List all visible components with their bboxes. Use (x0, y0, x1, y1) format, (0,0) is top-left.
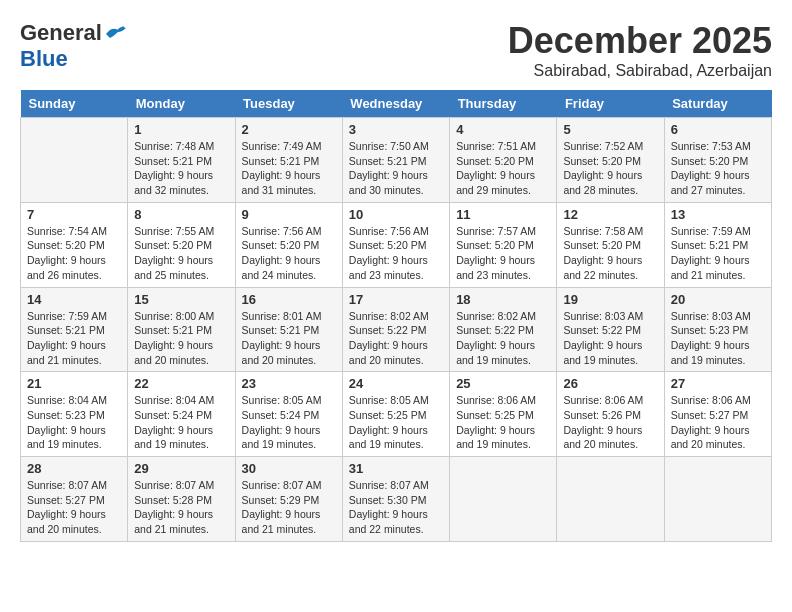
calendar-cell: 29Sunrise: 8:07 AM Sunset: 5:28 PM Dayli… (128, 457, 235, 542)
week-row-4: 28Sunrise: 8:07 AM Sunset: 5:27 PM Dayli… (21, 457, 772, 542)
calendar-cell: 18Sunrise: 8:02 AM Sunset: 5:22 PM Dayli… (450, 287, 557, 372)
title-area: December 2025 Sabirabad, Sabirabad, Azer… (508, 20, 772, 80)
day-info: Sunrise: 8:05 AM Sunset: 5:24 PM Dayligh… (242, 393, 336, 452)
day-info: Sunrise: 8:05 AM Sunset: 5:25 PM Dayligh… (349, 393, 443, 452)
logo: General Blue (20, 20, 126, 72)
day-info: Sunrise: 8:07 AM Sunset: 5:29 PM Dayligh… (242, 478, 336, 537)
day-info: Sunrise: 7:49 AM Sunset: 5:21 PM Dayligh… (242, 139, 336, 198)
calendar-cell: 31Sunrise: 8:07 AM Sunset: 5:30 PM Dayli… (342, 457, 449, 542)
day-info: Sunrise: 7:56 AM Sunset: 5:20 PM Dayligh… (242, 224, 336, 283)
calendar-cell: 26Sunrise: 8:06 AM Sunset: 5:26 PM Dayli… (557, 372, 664, 457)
day-number: 6 (671, 122, 765, 137)
calendar-cell: 23Sunrise: 8:05 AM Sunset: 5:24 PM Dayli… (235, 372, 342, 457)
day-info: Sunrise: 7:51 AM Sunset: 5:20 PM Dayligh… (456, 139, 550, 198)
calendar-cell: 15Sunrise: 8:00 AM Sunset: 5:21 PM Dayli… (128, 287, 235, 372)
day-number: 11 (456, 207, 550, 222)
day-info: Sunrise: 7:56 AM Sunset: 5:20 PM Dayligh… (349, 224, 443, 283)
calendar-cell: 25Sunrise: 8:06 AM Sunset: 5:25 PM Dayli… (450, 372, 557, 457)
calendar-cell: 21Sunrise: 8:04 AM Sunset: 5:23 PM Dayli… (21, 372, 128, 457)
day-info: Sunrise: 8:01 AM Sunset: 5:21 PM Dayligh… (242, 309, 336, 368)
header-row: SundayMondayTuesdayWednesdayThursdayFrid… (21, 90, 772, 118)
day-number: 23 (242, 376, 336, 391)
calendar-cell (21, 118, 128, 203)
calendar-cell: 30Sunrise: 8:07 AM Sunset: 5:29 PM Dayli… (235, 457, 342, 542)
calendar-cell (450, 457, 557, 542)
day-number: 1 (134, 122, 228, 137)
day-number: 16 (242, 292, 336, 307)
day-number: 21 (27, 376, 121, 391)
day-number: 24 (349, 376, 443, 391)
day-number: 17 (349, 292, 443, 307)
day-number: 27 (671, 376, 765, 391)
day-number: 14 (27, 292, 121, 307)
day-info: Sunrise: 7:59 AM Sunset: 5:21 PM Dayligh… (671, 224, 765, 283)
calendar-cell: 28Sunrise: 8:07 AM Sunset: 5:27 PM Dayli… (21, 457, 128, 542)
day-info: Sunrise: 7:59 AM Sunset: 5:21 PM Dayligh… (27, 309, 121, 368)
calendar-cell: 1Sunrise: 7:48 AM Sunset: 5:21 PM Daylig… (128, 118, 235, 203)
calendar-cell: 9Sunrise: 7:56 AM Sunset: 5:20 PM Daylig… (235, 202, 342, 287)
calendar-cell: 27Sunrise: 8:06 AM Sunset: 5:27 PM Dayli… (664, 372, 771, 457)
day-number: 31 (349, 461, 443, 476)
logo-general: General (20, 20, 102, 46)
day-info: Sunrise: 8:02 AM Sunset: 5:22 PM Dayligh… (349, 309, 443, 368)
day-info: Sunrise: 8:04 AM Sunset: 5:23 PM Dayligh… (27, 393, 121, 452)
calendar-cell: 16Sunrise: 8:01 AM Sunset: 5:21 PM Dayli… (235, 287, 342, 372)
day-info: Sunrise: 7:52 AM Sunset: 5:20 PM Dayligh… (563, 139, 657, 198)
day-info: Sunrise: 8:03 AM Sunset: 5:23 PM Dayligh… (671, 309, 765, 368)
calendar-cell: 6Sunrise: 7:53 AM Sunset: 5:20 PM Daylig… (664, 118, 771, 203)
day-number: 10 (349, 207, 443, 222)
week-row-1: 7Sunrise: 7:54 AM Sunset: 5:20 PM Daylig… (21, 202, 772, 287)
day-number: 2 (242, 122, 336, 137)
day-number: 29 (134, 461, 228, 476)
day-info: Sunrise: 8:06 AM Sunset: 5:26 PM Dayligh… (563, 393, 657, 452)
header-thursday: Thursday (450, 90, 557, 118)
calendar-cell: 22Sunrise: 8:04 AM Sunset: 5:24 PM Dayli… (128, 372, 235, 457)
location-title: Sabirabad, Sabirabad, Azerbaijan (508, 62, 772, 80)
calendar-cell: 4Sunrise: 7:51 AM Sunset: 5:20 PM Daylig… (450, 118, 557, 203)
calendar-cell: 11Sunrise: 7:57 AM Sunset: 5:20 PM Dayli… (450, 202, 557, 287)
day-info: Sunrise: 8:07 AM Sunset: 5:27 PM Dayligh… (27, 478, 121, 537)
logo-bird-icon (104, 24, 126, 42)
header-wednesday: Wednesday (342, 90, 449, 118)
day-number: 7 (27, 207, 121, 222)
week-row-3: 21Sunrise: 8:04 AM Sunset: 5:23 PM Dayli… (21, 372, 772, 457)
calendar-cell: 2Sunrise: 7:49 AM Sunset: 5:21 PM Daylig… (235, 118, 342, 203)
calendar-cell: 10Sunrise: 7:56 AM Sunset: 5:20 PM Dayli… (342, 202, 449, 287)
calendar-cell: 19Sunrise: 8:03 AM Sunset: 5:22 PM Dayli… (557, 287, 664, 372)
calendar-cell (557, 457, 664, 542)
day-info: Sunrise: 8:00 AM Sunset: 5:21 PM Dayligh… (134, 309, 228, 368)
day-number: 3 (349, 122, 443, 137)
page-header: General Blue December 2025 Sabirabad, Sa… (20, 20, 772, 80)
calendar-cell: 20Sunrise: 8:03 AM Sunset: 5:23 PM Dayli… (664, 287, 771, 372)
calendar-cell: 17Sunrise: 8:02 AM Sunset: 5:22 PM Dayli… (342, 287, 449, 372)
day-number: 22 (134, 376, 228, 391)
calendar-table: SundayMondayTuesdayWednesdayThursdayFrid… (20, 90, 772, 542)
day-info: Sunrise: 7:58 AM Sunset: 5:20 PM Dayligh… (563, 224, 657, 283)
day-number: 8 (134, 207, 228, 222)
day-number: 15 (134, 292, 228, 307)
day-number: 18 (456, 292, 550, 307)
header-saturday: Saturday (664, 90, 771, 118)
day-info: Sunrise: 8:06 AM Sunset: 5:25 PM Dayligh… (456, 393, 550, 452)
day-number: 9 (242, 207, 336, 222)
day-info: Sunrise: 8:07 AM Sunset: 5:28 PM Dayligh… (134, 478, 228, 537)
calendar-cell: 24Sunrise: 8:05 AM Sunset: 5:25 PM Dayli… (342, 372, 449, 457)
day-info: Sunrise: 8:02 AM Sunset: 5:22 PM Dayligh… (456, 309, 550, 368)
header-tuesday: Tuesday (235, 90, 342, 118)
day-info: Sunrise: 8:07 AM Sunset: 5:30 PM Dayligh… (349, 478, 443, 537)
day-info: Sunrise: 7:57 AM Sunset: 5:20 PM Dayligh… (456, 224, 550, 283)
calendar-cell: 7Sunrise: 7:54 AM Sunset: 5:20 PM Daylig… (21, 202, 128, 287)
day-info: Sunrise: 7:55 AM Sunset: 5:20 PM Dayligh… (134, 224, 228, 283)
day-number: 20 (671, 292, 765, 307)
calendar-cell: 14Sunrise: 7:59 AM Sunset: 5:21 PM Dayli… (21, 287, 128, 372)
day-number: 4 (456, 122, 550, 137)
month-title: December 2025 (508, 20, 772, 62)
day-info: Sunrise: 7:48 AM Sunset: 5:21 PM Dayligh… (134, 139, 228, 198)
day-info: Sunrise: 7:50 AM Sunset: 5:21 PM Dayligh… (349, 139, 443, 198)
header-friday: Friday (557, 90, 664, 118)
calendar-cell: 5Sunrise: 7:52 AM Sunset: 5:20 PM Daylig… (557, 118, 664, 203)
day-number: 13 (671, 207, 765, 222)
day-number: 30 (242, 461, 336, 476)
logo-blue: Blue (20, 46, 68, 72)
header-sunday: Sunday (21, 90, 128, 118)
